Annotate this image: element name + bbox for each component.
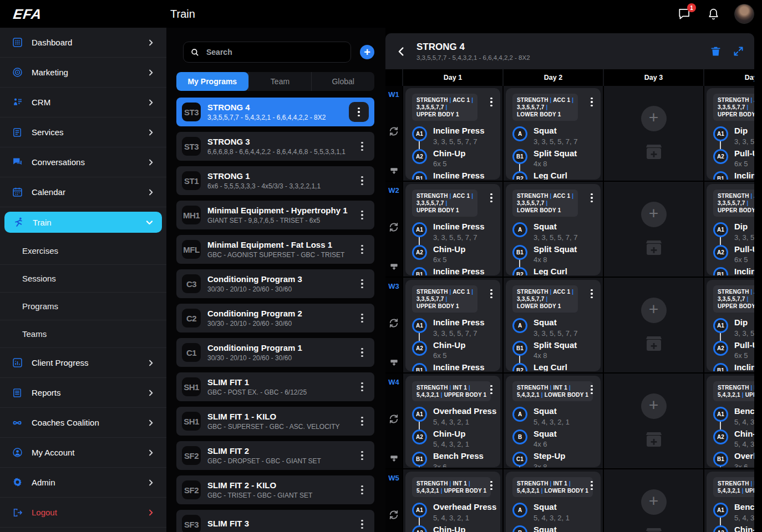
workout-card[interactable]: STRENGTH | INT 1 |5,4,3,2,1 | LOWER BODY… xyxy=(506,472,601,532)
add-workout-button[interactable]: + xyxy=(641,393,667,419)
kebab-menu-button[interactable] xyxy=(355,205,369,225)
sidebar-item-calendar[interactable]: Calendar xyxy=(0,177,166,207)
kebab-menu-button[interactable] xyxy=(355,342,369,362)
tab-my-programs[interactable]: My Programs xyxy=(176,72,248,91)
insert-week-icon[interactable] xyxy=(388,451,400,463)
kebab-menu-button[interactable] xyxy=(585,94,598,110)
kebab-menu-button[interactable] xyxy=(485,477,498,494)
program-list-item[interactable]: C1Conditioning Program 130/30 - 20/10 - … xyxy=(176,338,374,367)
sidebar-item-train[interactable]: Train xyxy=(4,212,162,233)
kebab-menu-button[interactable] xyxy=(355,377,369,397)
tab-global[interactable]: Global xyxy=(311,72,374,91)
sidebar-item-logout[interactable]: Logout xyxy=(0,498,166,528)
program-list-item[interactable]: SF2SLIM FIT 2 - KILOGBC - TRISET - GBC -… xyxy=(176,475,374,504)
workout-card[interactable]: STRENGTH | ACC 1 |3,3,5,5,7,7 |LOWER BOD… xyxy=(506,184,601,275)
notifications-button[interactable] xyxy=(705,6,721,22)
program-list-item[interactable]: SH1SLIM FIT 1 - KILOGBC - SUPERSET - GBC… xyxy=(176,407,374,436)
workout-card[interactable]: STRENGTH | ACC 1 |3,3,5,5,7,7 |UPPER BOD… xyxy=(707,280,754,371)
kebab-menu-button[interactable] xyxy=(355,446,369,466)
kebab-menu-button[interactable] xyxy=(585,381,598,398)
delete-button[interactable] xyxy=(710,45,722,57)
program-list-item[interactable]: ST3STRONG 43,3,5,5,7,7 - 5,4,3,2,1 - 6,6… xyxy=(176,98,374,126)
insert-week-icon[interactable] xyxy=(388,259,400,271)
sidebar-item-coaches-coalition[interactable]: Coaches Coalition xyxy=(0,408,166,438)
back-button[interactable] xyxy=(395,45,408,58)
kebab-menu-button[interactable] xyxy=(355,136,369,156)
add-workout-button[interactable]: + xyxy=(641,489,667,515)
workout-card[interactable]: STRENGTH | INT 1 |5,4,3,2,1 | UPPER BODY… xyxy=(707,472,754,532)
program-list-item[interactable]: MFLMinimal Equipment - Fat Loss 1GBC - A… xyxy=(176,235,374,264)
kebab-menu-button[interactable] xyxy=(355,171,369,191)
sidebar-item-client-progress[interactable]: Client Progress xyxy=(0,348,166,378)
insert-week-icon[interactable] xyxy=(388,355,400,367)
kebab-menu-button[interactable] xyxy=(485,190,498,206)
workout-card[interactable]: STRENGTH | ACC 1 |3,3,5,5,7,7 |UPPER BOD… xyxy=(707,184,754,275)
swap-week-icon[interactable] xyxy=(388,222,399,233)
add-from-library-icon[interactable] xyxy=(643,237,665,257)
sidebar-item-my-account[interactable]: My Account xyxy=(0,438,166,468)
kebab-menu-button[interactable] xyxy=(585,190,598,206)
insert-week-icon[interactable] xyxy=(388,163,400,175)
sidebar-item-programs[interactable]: Programs xyxy=(0,293,166,320)
workout-card[interactable]: STRENGTH | INT 1 |5,4,3,2,1 | UPPER BODY… xyxy=(707,376,754,467)
search-input[interactable] xyxy=(205,47,344,57)
swap-week-icon[interactable] xyxy=(388,509,399,520)
add-from-library-icon[interactable] xyxy=(643,429,665,449)
kebab-menu-button[interactable] xyxy=(355,239,369,259)
workout-card[interactable]: STRENGTH | ACC 1 |3,3,5,5,7,7 |UPPER BOD… xyxy=(405,280,500,371)
sidebar-item-crm[interactable]: CRM xyxy=(0,88,166,117)
kebab-menu-button[interactable] xyxy=(355,411,369,431)
workout-card[interactable]: STRENGTH | INT 1 |5,4,3,2,1 | UPPER BODY… xyxy=(405,376,500,467)
swap-week-icon[interactable] xyxy=(388,126,399,137)
add-program-button[interactable]: + xyxy=(360,45,374,59)
workout-tag-line: 3,3,5,5,7,7 | xyxy=(517,295,573,303)
sidebar-item-exercises[interactable]: Exercises xyxy=(0,237,166,265)
program-list-item[interactable]: C2Conditioning Program 230/30 - 20/10 - … xyxy=(176,304,374,332)
swap-week-icon[interactable] xyxy=(388,413,399,424)
sidebar-item-sessions[interactable]: Sessions xyxy=(0,265,166,293)
program-list-item[interactable]: SF3SLIM FIT 3 xyxy=(176,510,374,532)
sidebar-item-admin[interactable]: Admin xyxy=(0,468,166,498)
workout-card[interactable]: STRENGTH | INT 1 |5,4,3,2,1 | UPPER BODY… xyxy=(405,472,500,532)
add-from-library-icon[interactable] xyxy=(643,333,665,353)
kebab-menu-button[interactable] xyxy=(355,308,369,328)
kebab-menu-button[interactable] xyxy=(355,274,369,294)
kebab-menu-button[interactable] xyxy=(585,477,598,494)
workout-card[interactable]: STRENGTH | ACC 1 |3,3,5,5,7,7 |LOWER BOD… xyxy=(506,88,601,180)
tab-team[interactable]: Team xyxy=(248,72,312,91)
program-list-item[interactable]: MH1Minimal Equipment - Hypertrophy 1GIAN… xyxy=(176,201,374,229)
program-list-item[interactable]: SH1SLIM FIT 1GBC - POST EX. - GBC - 6/12… xyxy=(176,372,374,401)
sidebar-item-reports[interactable]: Reports xyxy=(0,378,166,408)
kebab-menu-button[interactable] xyxy=(485,285,498,302)
messages-button[interactable]: 1 xyxy=(677,6,692,22)
add-from-library-icon[interactable] xyxy=(643,525,665,532)
workout-card[interactable]: STRENGTH | ACC 1 |3,3,5,5,7,7 |UPPER BOD… xyxy=(405,88,500,180)
program-list-item[interactable]: C3Conditioning Program 330/30 - 20/10 - … xyxy=(176,269,374,298)
add-workout-button[interactable]: + xyxy=(641,106,667,131)
program-list-item[interactable]: ST1STRONG 16x6 - 5,5,5,3,3,3 - 4x5/3/3 -… xyxy=(176,166,374,195)
sidebar-item-teams[interactable]: Teams xyxy=(0,320,166,348)
workout-card[interactable]: STRENGTH | ACC 1 |3,3,5,5,7,7 |LOWER BOD… xyxy=(506,280,601,371)
kebab-menu-button[interactable] xyxy=(585,285,598,302)
avatar[interactable] xyxy=(734,4,754,24)
kebab-menu-button[interactable] xyxy=(355,514,369,532)
swap-week-icon[interactable] xyxy=(388,318,399,329)
add-workout-button[interactable]: + xyxy=(641,298,667,323)
program-list-item[interactable]: ST3STRONG 36,6,6,8,8 - 6,6,4,4,2,2 - 8,6… xyxy=(176,132,374,161)
workout-card[interactable]: STRENGTH | INT 1 |5,4,3,2,1 | LOWER BODY… xyxy=(506,376,601,467)
kebab-menu-button[interactable] xyxy=(355,480,369,500)
add-from-library-icon[interactable] xyxy=(643,141,665,161)
sidebar-item-conversations[interactable]: Conversations xyxy=(0,147,166,177)
add-workout-button[interactable]: + xyxy=(641,202,667,227)
sidebar-item-dashboard[interactable]: Dashboard xyxy=(0,28,166,58)
workout-card[interactable]: STRENGTH | ACC 1 |3,3,5,5,7,7 |UPPER BOD… xyxy=(707,88,754,180)
sidebar-item-services[interactable]: Services xyxy=(0,117,166,147)
program-list-item[interactable]: SF2SLIM FIT 2GBC - DROPSET - GBC - GIANT… xyxy=(176,441,374,470)
kebab-menu-button[interactable] xyxy=(485,381,498,398)
kebab-menu-button[interactable] xyxy=(349,102,369,122)
workout-card[interactable]: STRENGTH | ACC 1 |3,3,5,5,7,7 |UPPER BOD… xyxy=(405,184,500,275)
day-cell: STRENGTH | ACC 1 |3,3,5,5,7,7 |LOWER BOD… xyxy=(502,86,603,181)
expand-button[interactable] xyxy=(733,45,744,57)
sidebar-item-marketing[interactable]: Marketing xyxy=(0,58,166,88)
kebab-menu-button[interactable] xyxy=(485,94,498,110)
